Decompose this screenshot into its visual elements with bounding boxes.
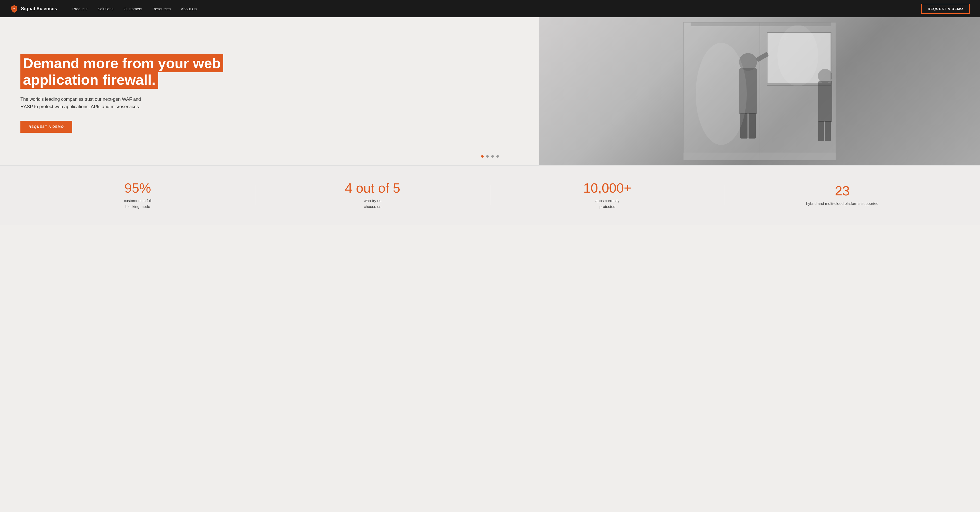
stat-2-label: who try us choose us bbox=[255, 198, 490, 210]
svg-rect-2 bbox=[759, 22, 760, 160]
hero-content: Demand more from your web application fi… bbox=[0, 17, 539, 165]
stats-section: 95% customers in full blocking mode 4 ou… bbox=[0, 165, 980, 225]
stat-3-label: apps currently protected bbox=[490, 198, 725, 210]
stat-1-number: 95% bbox=[21, 181, 255, 196]
hero-subtext: The world's leading companies trust our … bbox=[21, 95, 143, 110]
stat-4-number: 23 bbox=[725, 184, 959, 198]
nav-links: Products Solutions Customers Resources A… bbox=[73, 6, 921, 11]
stat-3: 10,000+ apps currently protected bbox=[490, 181, 725, 210]
svg-rect-17 bbox=[683, 153, 836, 160]
stat-2: 4 out of 5 who try us choose us bbox=[255, 181, 490, 210]
svg-rect-14 bbox=[818, 121, 824, 141]
svg-rect-3 bbox=[835, 22, 836, 160]
svg-rect-16 bbox=[690, 22, 831, 26]
stat-1-label: customers in full blocking mode bbox=[21, 198, 255, 210]
nav-customers[interactable]: Customers bbox=[124, 6, 142, 11]
stat-4-label: hybrid and multi-cloud platforms support… bbox=[725, 201, 959, 207]
logo-icon bbox=[10, 5, 18, 13]
hero-headline-text: Demand more from your web application fi… bbox=[21, 54, 223, 89]
carousel-dot-2[interactable] bbox=[486, 155, 489, 157]
hero-cta-button[interactable]: REQUEST A DEMO bbox=[21, 121, 72, 133]
stat-4: 23 hybrid and multi-cloud platforms supp… bbox=[725, 184, 959, 207]
svg-point-13 bbox=[818, 69, 832, 83]
hero-headline: Demand more from your web application fi… bbox=[21, 55, 524, 88]
logo-link[interactable]: Signal Sciences bbox=[10, 5, 57, 13]
carousel-dots bbox=[481, 155, 499, 157]
nav-about[interactable]: About Us bbox=[181, 6, 197, 11]
nav-products[interactable]: Products bbox=[73, 6, 88, 11]
navbar-cta-button[interactable]: REQUEST A DEMO bbox=[921, 4, 970, 14]
stat-1: 95% customers in full blocking mode bbox=[21, 181, 255, 210]
carousel-dot-4[interactable] bbox=[496, 155, 499, 157]
hero-silhouette-svg bbox=[539, 17, 980, 165]
brand-name: Signal Sciences bbox=[21, 6, 57, 11]
svg-point-19 bbox=[777, 25, 818, 86]
nav-resources[interactable]: Resources bbox=[152, 6, 171, 11]
stat-2-number: 4 out of 5 bbox=[255, 181, 490, 196]
svg-rect-11 bbox=[749, 113, 756, 138]
carousel-dot-1[interactable] bbox=[481, 155, 484, 157]
stat-3-number: 10,000+ bbox=[490, 181, 725, 196]
svg-rect-15 bbox=[825, 121, 831, 141]
hero-image bbox=[539, 17, 980, 165]
navbar: Signal Sciences Products Solutions Custo… bbox=[0, 0, 980, 17]
svg-point-18 bbox=[696, 43, 747, 145]
svg-rect-12 bbox=[818, 81, 832, 122]
hero-section: Demand more from your web application fi… bbox=[0, 17, 980, 165]
svg-rect-1 bbox=[683, 22, 684, 160]
nav-solutions[interactable]: Solutions bbox=[98, 6, 114, 11]
carousel-dot-3[interactable] bbox=[491, 155, 494, 157]
